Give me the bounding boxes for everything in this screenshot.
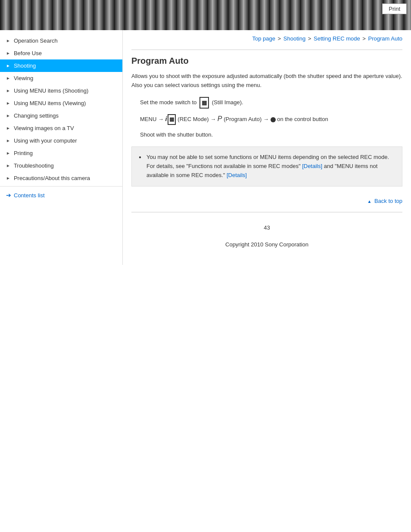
camera-mode-icon: ▩ (199, 97, 209, 109)
note-box: You may not be able to set some function… (131, 146, 402, 186)
sidebar-label: Operation Search (14, 37, 58, 44)
footer-divider (131, 212, 402, 212)
sidebar-item-operation-search[interactable]: ► Operation Search (0, 34, 122, 47)
note-item: You may not be able to set some function… (139, 153, 395, 180)
copyright-text: Copyright 2010 Sony Corporation (225, 241, 308, 248)
arrow-icon: ► (6, 163, 10, 168)
sidebar-item-troubleshooting[interactable]: ► Troubleshooting (0, 159, 122, 172)
contents-list-label: Contents list (14, 192, 45, 199)
arrow-icon: ► (6, 101, 10, 106)
header-bar: Print (0, 0, 411, 30)
sidebar-label: Viewing (14, 75, 33, 81)
breadcrumb-shooting[interactable]: Shooting (283, 35, 305, 42)
back-to-top-arrow-icon: ▲ (367, 199, 371, 204)
step2-prefix: MENU (140, 116, 156, 122)
footer: Copyright 2010 Sony Corporation (131, 235, 402, 256)
sidebar-label: Changing settings (14, 112, 59, 119)
sidebar-label: Shooting (14, 62, 36, 69)
instruction-step3: Shoot with the shutter button. (140, 130, 402, 140)
sidebar-item-using-menu-shooting[interactable]: ► Using MENU items (Shooting) (0, 84, 122, 97)
step1-text: Set the mode switch to (140, 99, 197, 106)
sidebar-item-changing-settings[interactable]: ► Changing settings (0, 109, 122, 122)
content-area: Top page > Shooting > Setting REC mode >… (123, 30, 411, 265)
sidebar: ► Operation Search ► Before Use ► Shooti… (0, 30, 123, 265)
note-details-link1[interactable]: [Details] (302, 163, 322, 169)
step2-program-label: (Program Auto) (224, 116, 262, 122)
sidebar-item-before-use[interactable]: ► Before Use (0, 47, 122, 59)
arrow-icon: ► (6, 126, 10, 131)
note-details-link2[interactable]: [Details] (227, 172, 247, 178)
print-button[interactable]: Print (382, 3, 407, 14)
back-to-top-link[interactable]: ▲ Back to top (367, 198, 402, 204)
page-title: Program Auto (131, 56, 402, 66)
step3-text: Shoot with the shutter button. (140, 131, 213, 138)
breadcrumb-program-auto[interactable]: Program Auto (368, 35, 403, 42)
main-container: ► Operation Search ► Before Use ► Shooti… (0, 30, 411, 265)
sidebar-label: Printing (14, 150, 33, 156)
program-p-label: P (218, 115, 222, 122)
arrow-icon: ► (6, 88, 10, 93)
arrow-icon: ► (6, 51, 10, 56)
page-number: 43 (131, 216, 402, 235)
top-divider (131, 50, 402, 50)
breadcrumb-setting-rec[interactable]: Setting REC mode (314, 35, 360, 42)
breadcrumb-sep2: > (308, 35, 313, 42)
sidebar-item-shooting[interactable]: ► Shooting (0, 59, 122, 72)
sidebar-label: Using with your computer (14, 137, 77, 144)
step2-button-label: on the control button (277, 116, 328, 122)
step2-arrow2: → (210, 116, 218, 122)
sidebar-label: Troubleshooting (14, 162, 54, 169)
sidebar-item-printing[interactable]: ► Printing (0, 147, 122, 159)
sidebar-label: Before Use (14, 50, 42, 56)
arrow-icon: ► (6, 76, 10, 81)
step2-rec-label: (REC Mode) (177, 116, 209, 122)
camera-rec-icon: ▩ (168, 114, 176, 125)
sidebar-item-precautions[interactable]: ► Precautions/About this camera (0, 172, 122, 184)
control-button-circle (271, 117, 276, 122)
sidebar-label: Using MENU items (Viewing) (14, 100, 86, 106)
back-to-top: ▲ Back to top (131, 193, 402, 208)
sidebar-item-using-menu-viewing[interactable]: ► Using MENU items (Viewing) (0, 97, 122, 109)
instruction-step2: MENU → i▩ (REC Mode) → P (Program Auto) … (140, 113, 402, 125)
arrow-icon: ► (6, 138, 10, 143)
contents-list-arrow-icon: ➔ (6, 192, 11, 199)
sidebar-item-using-computer[interactable]: ► Using with your computer (0, 134, 122, 147)
step2-arrow1: → (158, 116, 165, 122)
sidebar-item-viewing-tv[interactable]: ► Viewing images on a TV (0, 122, 122, 134)
rec-mode-icon: i (165, 115, 167, 122)
arrow-icon: ► (6, 63, 10, 68)
arrow-icon: ► (6, 151, 10, 156)
step2-arrow3: → (263, 116, 271, 122)
back-to-top-label: Back to top (374, 198, 402, 204)
breadcrumb-sep3: > (362, 35, 367, 42)
arrow-icon: ► (6, 113, 10, 118)
breadcrumb: Top page > Shooting > Setting REC mode >… (131, 30, 402, 46)
sidebar-label: Viewing images on a TV (14, 125, 74, 131)
step1-icon-label: (Still Image). (212, 99, 243, 106)
instruction-step1: Set the mode switch to ▩ (Still Image). (140, 97, 402, 109)
arrow-icon: ► (6, 176, 10, 180)
sidebar-label: Precautions/About this camera (14, 175, 90, 181)
breadcrumb-sep1: > (278, 35, 283, 42)
page-description: Allows you to shoot with the exposure ad… (131, 72, 402, 90)
arrow-icon: ► (6, 38, 10, 43)
contents-list-link[interactable]: ➔ Contents list (0, 188, 122, 202)
breadcrumb-top-page[interactable]: Top page (252, 35, 275, 42)
sidebar-divider (0, 186, 122, 187)
sidebar-item-viewing[interactable]: ► Viewing (0, 72, 122, 84)
sidebar-label: Using MENU items (Shooting) (14, 87, 88, 94)
